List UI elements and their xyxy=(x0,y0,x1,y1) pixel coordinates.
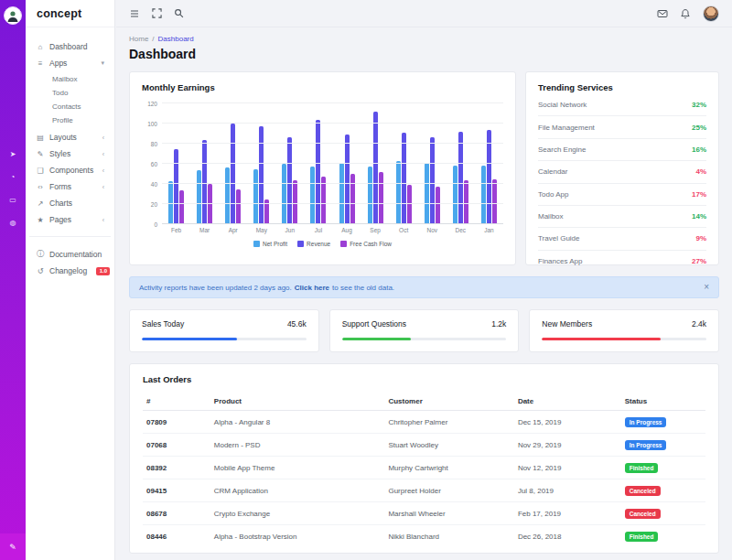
column-header: Customer xyxy=(384,393,513,411)
breadcrumb-home[interactable]: Home xyxy=(129,35,148,43)
order-id: 08392 xyxy=(143,457,210,479)
gridline xyxy=(162,123,503,124)
chevron-icon: ‹ xyxy=(102,184,104,190)
y-tick-label: 60 xyxy=(151,161,157,167)
y-tick-label: 120 xyxy=(147,101,157,107)
sidebar-subitem-mailbox[interactable]: Mailbox xyxy=(52,72,107,86)
sidebar-item-charts[interactable]: ↗Charts xyxy=(33,195,107,211)
bar xyxy=(321,177,326,224)
order-id: 08678 xyxy=(143,502,210,525)
legend-item-revenue[interactable]: Revenue xyxy=(297,241,330,247)
stat-label: New Members xyxy=(542,319,592,328)
table-row: 08678Crypto ExchangeMarshall WheelerFeb … xyxy=(143,502,705,525)
bar-group-feb xyxy=(162,103,190,224)
trending-label: File Management xyxy=(538,124,595,132)
order-id: 07809 xyxy=(143,411,210,434)
alert-link[interactable]: Click here xyxy=(295,284,329,292)
sidebar-item-label: Charts xyxy=(49,199,72,208)
sidebar: concept ⌂Dashboard≡Apps▾MailboxTodoConta… xyxy=(26,0,115,560)
user-avatar[interactable] xyxy=(703,5,719,22)
close-icon[interactable]: × xyxy=(704,283,709,292)
bar xyxy=(350,174,355,224)
progress-fill xyxy=(342,338,411,340)
chart-x-axis: FebMarAprMayJunJulAugSepOctNovDecJan xyxy=(162,227,503,233)
mail-icon[interactable] xyxy=(657,8,668,19)
stats-row: Sales Today45.6kSupport Questions1.2kNew… xyxy=(129,309,719,352)
x-tick-label: Feb xyxy=(162,227,190,233)
y-tick-label: 20 xyxy=(151,201,157,208)
legend-item-free-cash-flow[interactable]: Free Cash Flow xyxy=(340,241,392,247)
bar xyxy=(225,167,230,224)
chevron-icon: ‹ xyxy=(102,217,104,223)
x-tick-label: Nov xyxy=(418,227,447,233)
sidebar-item-label: Apps xyxy=(49,59,67,68)
breadcrumb-current[interactable]: Dashboard xyxy=(158,35,194,43)
progress-track xyxy=(342,338,507,340)
charts-icon: ↗ xyxy=(36,199,45,208)
progress-track xyxy=(542,338,706,340)
sidebar-subitem-todo[interactable]: Todo xyxy=(52,86,107,100)
order-product: Crypto Exchange xyxy=(210,502,385,525)
sidebar-item-label: Layouts xyxy=(49,133,77,142)
order-customer: Nikki Blanchard xyxy=(384,525,513,548)
alert-message: Activity reports have been updated 2 day… xyxy=(139,284,292,292)
sidebar-item-components[interactable]: ❑Components‹ xyxy=(33,162,107,178)
breadcrumb-separator: / xyxy=(152,35,154,43)
bar xyxy=(458,132,463,224)
person-avatar-icon xyxy=(6,9,19,22)
clock-icon[interactable]: ◔ xyxy=(9,174,16,181)
sidebar-item-changelog[interactable]: ↺Changelog1.0 xyxy=(33,263,107,279)
sidebar-item-styles[interactable]: ✎Styles‹ xyxy=(33,145,107,162)
status-badge: Canceled xyxy=(625,486,661,496)
bar xyxy=(373,112,378,224)
bar xyxy=(231,124,235,224)
sidebar-item-layouts[interactable]: ▤Layouts‹ xyxy=(33,129,107,145)
trending-value: 16% xyxy=(692,145,706,154)
chat-icon[interactable]: ◍ xyxy=(9,220,16,227)
table-row: 09415CRM ApplicationGurpreet HolderJul 8… xyxy=(143,479,705,502)
sidebar-item-label: Components xyxy=(49,166,93,175)
sidebar-item-dashboard[interactable]: ⌂Dashboard xyxy=(33,38,107,55)
legend-label: Net Profit xyxy=(263,241,287,247)
x-tick-label: Sep xyxy=(361,227,390,233)
rail-avatar[interactable] xyxy=(4,6,22,25)
orders-table: #ProductCustomerDateStatus 07809Alpha - … xyxy=(143,393,705,547)
sidebar-item-forms[interactable]: ‹›Forms‹ xyxy=(33,178,107,195)
trending-value: 14% xyxy=(692,212,706,221)
bar-group-oct xyxy=(390,103,418,224)
search-icon[interactable] xyxy=(174,8,184,18)
bell-icon[interactable] xyxy=(680,8,691,19)
customizer-button[interactable]: ✎ xyxy=(0,533,26,560)
progress-fill xyxy=(542,338,660,340)
bar xyxy=(282,164,286,224)
x-tick-label: Jan xyxy=(475,227,503,233)
trending-label: Travel Guide xyxy=(538,234,580,242)
inbox-icon[interactable]: ▭ xyxy=(9,197,16,204)
fullscreen-icon[interactable] xyxy=(152,8,162,18)
sidebar-item-documentation[interactable]: ⓘDocumentation xyxy=(33,245,107,263)
menu-toggle-icon[interactable] xyxy=(129,8,140,19)
bar-chart: 020406080100120 FebMarAprMayJunJulAugSep… xyxy=(142,103,503,247)
sidebar-item-label: Dashboard xyxy=(49,42,88,51)
sidebar-subitem-profile[interactable]: Profile xyxy=(52,113,107,127)
rail-quick-icons: ➤◔▭◍ xyxy=(9,151,16,227)
sidebar-item-pages[interactable]: ★Pages‹ xyxy=(33,211,107,228)
column-header: Product xyxy=(210,393,385,411)
legend-label: Free Cash Flow xyxy=(350,241,392,247)
bar-group-may xyxy=(247,103,275,224)
bar-group-aug xyxy=(332,103,361,224)
sidebar-item-label: Documentation xyxy=(49,250,102,259)
legend-item-net-profit[interactable]: Net Profit xyxy=(253,241,287,247)
sidebar-subitem-contacts[interactable]: Contacts xyxy=(52,100,107,113)
footer-copyright: 2019 © stacks xyxy=(129,554,719,560)
trending-item: File Management25% xyxy=(538,116,706,138)
send-icon[interactable]: ➤ xyxy=(9,151,16,158)
brand-logo[interactable]: concept xyxy=(26,0,114,27)
table-row: 08392Mobile App ThemeMurphy CartwrightNo… xyxy=(143,457,705,479)
sidebar-item-label: Styles xyxy=(49,149,70,158)
sidebar-item-apps[interactable]: ≡Apps▾ xyxy=(33,55,107,71)
icon-rail: ➤◔▭◍ ✎ xyxy=(0,0,26,560)
trending-item: Travel Guide9% xyxy=(538,228,706,250)
bar xyxy=(396,161,401,224)
gridline xyxy=(162,183,503,184)
